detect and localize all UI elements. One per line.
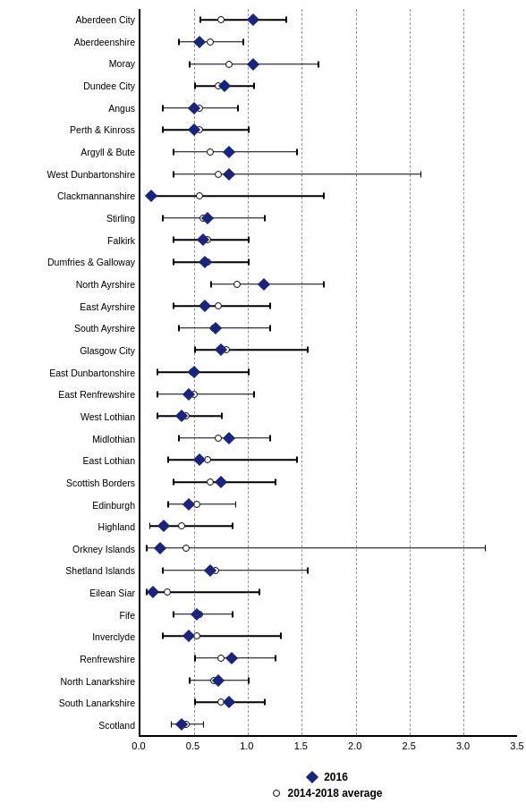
tick-right [264, 215, 266, 221]
tick-right [237, 105, 239, 111]
data-row [140, 75, 517, 97]
data-row [140, 537, 517, 560]
avg-circle [207, 148, 214, 156]
diamond-2016 [154, 542, 166, 554]
tick-left [167, 457, 169, 463]
x-axis-label: 0.5 [186, 740, 199, 751]
diamond-2016 [209, 322, 222, 334]
y-label: Dundee City [9, 81, 135, 91]
y-label: Renfrewshire [9, 655, 135, 664]
data-row [140, 295, 517, 317]
tick-left [173, 259, 174, 266]
y-label: Perth & Kinross [9, 125, 135, 135]
diamond-2016 [190, 608, 202, 621]
legend-circle-icon [273, 790, 280, 797]
tick-left [189, 677, 191, 683]
y-label: East Lothian [9, 456, 135, 466]
error-bar [167, 460, 296, 461]
y-label: Glasgow City [9, 346, 135, 356]
y-label: Orkney Islands [9, 545, 135, 554]
tick-right [296, 148, 298, 155]
data-row [140, 471, 517, 494]
diamond-2016 [215, 476, 227, 488]
data-row [140, 581, 517, 604]
x-axis-label: 1.5 [294, 740, 308, 751]
x-axis-labels: 0.00.51.01.52.02.53.03.5 [139, 737, 517, 757]
tick-left [146, 545, 148, 551]
tick-right [485, 545, 487, 551]
data-row [140, 449, 517, 471]
data-row [140, 185, 517, 207]
data-row [140, 251, 517, 274]
data-row [140, 31, 517, 54]
error-bar [149, 195, 324, 197]
data-row [140, 625, 517, 647]
avg-circle [233, 281, 241, 288]
x-axis-label: 3.0 [456, 740, 470, 751]
diamond-2016 [223, 167, 235, 180]
tick-left [194, 83, 196, 89]
data-row [140, 493, 517, 515]
tick-left [162, 127, 164, 133]
data-row [140, 383, 517, 405]
error-bar [146, 591, 259, 593]
diamond-2016 [157, 520, 170, 532]
y-label: Inverclyde [9, 632, 135, 642]
tick-left [178, 435, 180, 441]
data-row [140, 163, 517, 185]
diamond-2016 [182, 498, 195, 511]
data-row [140, 317, 517, 340]
tick-left [173, 611, 174, 617]
diamond-2016 [193, 36, 206, 48]
tick-right [296, 457, 298, 463]
tick-left [149, 523, 151, 529]
data-row [140, 515, 517, 537]
tick-right [248, 369, 250, 376]
tick-right [232, 523, 233, 529]
diamond-2016 [223, 432, 235, 444]
y-label: South Lanarkshire [9, 698, 135, 708]
avg-circle [215, 302, 222, 309]
diamond-2016 [247, 13, 259, 26]
diamond-2016 [188, 366, 200, 378]
legend-item-avg: 2014-2018 average [273, 787, 382, 799]
y-label: Fife [9, 611, 135, 621]
data-row [140, 97, 517, 119]
tick-left [162, 633, 164, 639]
tick-left [157, 391, 158, 397]
tick-left [173, 148, 174, 155]
tick-right [253, 391, 255, 397]
diamond-2016 [145, 190, 157, 202]
diamond-2016 [225, 652, 238, 664]
y-label: West Dunbartonshire [9, 170, 135, 180]
tick-right [248, 127, 250, 133]
x-axis-label: 3.5 [510, 740, 523, 751]
tick-left [173, 237, 174, 243]
tick-right [232, 611, 233, 617]
tick-right [275, 655, 276, 661]
data-row [140, 9, 517, 31]
tick-left [189, 61, 191, 67]
tick-right [242, 38, 244, 45]
tick-left [194, 655, 196, 661]
legend-diamond-icon [306, 771, 318, 783]
tick-left [178, 38, 180, 45]
tick-right [203, 721, 205, 727]
x-axis-label: 2.0 [348, 740, 361, 751]
error-bar [157, 393, 253, 395]
tick-right [420, 171, 422, 177]
tick-right [248, 259, 250, 266]
tick-right [323, 193, 325, 199]
avg-circle [215, 435, 222, 442]
x-axis-label: 1.0 [240, 740, 253, 751]
diamond-2016 [247, 57, 259, 70]
tick-right [318, 61, 319, 67]
y-label: Clackmannanshire [9, 191, 135, 201]
avg-circle [217, 16, 225, 23]
avg-circle [178, 522, 185, 529]
y-label: Scottish Borders [9, 478, 135, 488]
x-axis-label: 2.5 [402, 740, 415, 751]
tick-right [275, 479, 276, 486]
x-axis-label: 0.0 [132, 740, 145, 751]
tick-left [157, 413, 158, 419]
